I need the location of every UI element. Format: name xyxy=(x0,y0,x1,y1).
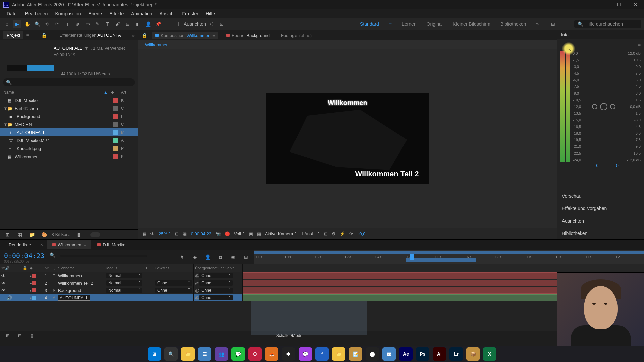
text-tool[interactable]: T xyxy=(103,20,112,28)
eye-icon[interactable]: 👁 xyxy=(1,288,6,293)
timeline-icon[interactable]: ⟳ xyxy=(349,231,353,236)
pickwhip-icon[interactable]: @ xyxy=(195,288,199,293)
workspace-lernen[interactable]: Lernen xyxy=(402,21,417,27)
close-button[interactable]: ✕ xyxy=(631,1,641,8)
grid-icon[interactable]: ▦ xyxy=(183,231,187,236)
taskbar-teams[interactable]: 👥 xyxy=(215,347,228,361)
preview-timecode[interactable]: 0:00:04:23 xyxy=(191,231,211,236)
bpc-toggle[interactable]: 8-Bit-Kanal xyxy=(52,232,71,237)
vorschau-section[interactable]: Vorschau xyxy=(557,190,644,202)
new-comp-icon[interactable]: ▦ xyxy=(15,230,24,239)
snap-tool[interactable]: ⚟ xyxy=(207,20,216,28)
eye-column-icon[interactable]: 👁 xyxy=(1,266,5,270)
current-timecode[interactable]: 0:00:04:23 xyxy=(4,252,43,260)
column-modus[interactable]: Modus xyxy=(105,264,144,272)
project-tab[interactable]: Projekt xyxy=(3,31,23,39)
workspace-bibliotheken[interactable]: Bibliotheken xyxy=(500,21,526,27)
timeline-layer-background[interactable]: 👁▸3S BackgroundNormal ˅Ohne ˅@ Ohne ˅ xyxy=(0,287,644,294)
panel-menu-icon[interactable]: ≡ xyxy=(638,43,641,48)
resolution-dropdown[interactable]: Voll ˅ xyxy=(234,231,245,236)
taskbar-firefox[interactable]: 🦊 xyxy=(265,347,278,361)
project-item-background[interactable]: ■BackgroundF xyxy=(0,112,138,120)
taskbar-ps[interactable]: Ps xyxy=(416,347,429,361)
taskbar-opera[interactable]: O xyxy=(248,347,262,361)
brush-tool[interactable]: 🖌 xyxy=(113,20,122,28)
project-item-dji-mexiko[interactable]: ▦DJI_MexikoK xyxy=(0,96,138,104)
new-folder-icon[interactable]: 📁 xyxy=(28,230,36,239)
taskbar-xl[interactable]: X xyxy=(483,347,496,361)
workspace-more[interactable]: » xyxy=(536,21,539,27)
taskbar-explorer[interactable]: 📁 xyxy=(181,347,195,361)
pen-tool[interactable]: ✎ xyxy=(93,20,102,28)
column-type[interactable]: Art xyxy=(121,90,135,95)
taskbar-app[interactable]: ▦ xyxy=(382,347,396,361)
eraser-tool[interactable]: ◧ xyxy=(133,20,142,28)
hand-tool[interactable]: ✋ xyxy=(23,20,32,28)
eye-icon[interactable]: 👁 xyxy=(1,273,6,278)
frame-blend-icon[interactable]: ▦ xyxy=(216,253,225,261)
work-area-bar[interactable] xyxy=(406,258,476,262)
audio-column-icon[interactable]: 🔊 xyxy=(5,266,10,270)
project-item-dji-mexiko-mp4[interactable]: ▽DJI_Mexiko.MP4A xyxy=(0,136,138,144)
tl-tab-willkommen[interactable]: Willkommen ≡ xyxy=(47,240,91,249)
channel-icon[interactable]: 🔴 xyxy=(225,231,230,236)
alpha-icon[interactable]: ▦ xyxy=(142,231,146,236)
menu-fenster[interactable]: Fenster xyxy=(179,10,201,18)
parent-dropdown[interactable]: Ohne ˅ xyxy=(199,280,233,286)
home-tool[interactable]: ⌂ xyxy=(3,20,11,28)
maximize-button[interactable]: ☐ xyxy=(614,1,624,8)
snapshot-icon[interactable]: 📷 xyxy=(215,231,221,236)
clone-tool[interactable]: ⊟ xyxy=(123,20,132,28)
comp-breadcrumb[interactable]: Willkommen xyxy=(138,40,557,49)
roto-tool[interactable]: 👤 xyxy=(144,20,152,28)
column-nr[interactable]: Nr. xyxy=(43,264,51,272)
anchor-tool[interactable]: ⊕ xyxy=(73,20,82,28)
menu-komposition[interactable]: Komposition xyxy=(52,10,84,18)
taskbar-fb[interactable]: f xyxy=(315,347,329,361)
time-ruler[interactable]: :00s01s02s03s04s05s06s07s08s09s10s11s12 xyxy=(254,250,644,264)
orbit-tool[interactable]: ⟲ xyxy=(43,20,52,28)
toggle-modes-icon[interactable]: ⊟ xyxy=(15,331,24,340)
toggle-switch[interactable] xyxy=(90,232,100,237)
audio-level-left[interactable]: 0 xyxy=(596,163,598,168)
taskbar-win[interactable]: ⊞ xyxy=(148,347,161,361)
taskbar-whatsapp[interactable]: 💬 xyxy=(231,347,245,361)
timeline-layer-willkommen-teil-2[interactable]: 👁▸2T Willkommen Teil 2Normal ˅Ohne ˅@ Oh… xyxy=(0,279,644,287)
info-tab[interactable]: Info xyxy=(557,30,644,39)
taskbar-ai[interactable]: Ai xyxy=(433,347,446,361)
region-icon[interactable]: ▣ xyxy=(249,231,253,236)
column-name[interactable]: Name xyxy=(3,90,104,95)
mask-icon[interactable]: 👁 xyxy=(150,231,155,236)
bibliotheken-section[interactable]: Bibliotheken xyxy=(557,227,644,239)
pickwhip-icon[interactable]: @ xyxy=(195,281,199,286)
audio-knob-center[interactable] xyxy=(600,103,607,110)
renderer-icon[interactable]: ⚙ xyxy=(332,231,336,236)
adjust-icon[interactable]: 🎨 xyxy=(40,230,48,239)
minimize-button[interactable]: ─ xyxy=(597,1,607,8)
zoom-dropdown[interactable]: 25% ˅ xyxy=(159,231,171,236)
ausrichten-section[interactable]: Ausrichten xyxy=(557,215,644,227)
taskbar-figure[interactable]: ✱ xyxy=(282,347,295,361)
toggle-switches-icon[interactable]: ⊞ xyxy=(3,331,12,340)
timeline-layer-willkommen[interactable]: 👁▸1T WillkommenNormal ˅@ Ohne ˅ xyxy=(0,272,644,279)
graph-editor-icon[interactable]: ⊞ xyxy=(241,253,250,261)
draft3d-icon[interactable]: ◈ xyxy=(191,253,199,261)
column-t[interactable]: T xyxy=(144,264,154,272)
rotate-tool[interactable]: ⟳ xyxy=(53,20,62,28)
workspace-standard[interactable]: Standard xyxy=(360,21,379,27)
audio-knob-left[interactable] xyxy=(592,104,597,109)
parent-dropdown[interactable]: Ohne ˅ xyxy=(199,273,233,278)
tl-tab-renderliste[interactable]: Renderliste xyxy=(3,240,36,249)
workspace-original[interactable]: Original xyxy=(427,21,443,27)
menu-bearbeiten[interactable]: Bearbeiten xyxy=(22,10,51,18)
effect-settings-tab[interactable]: Effekteinstellungen AUTOUNFA xyxy=(60,33,121,38)
audio-knob-right[interactable] xyxy=(610,104,615,109)
menu-effekte[interactable]: Effekte xyxy=(106,10,127,18)
taskbar-folder[interactable]: 📦 xyxy=(466,347,480,361)
audio-level-right[interactable]: 0 xyxy=(616,163,619,168)
column-color[interactable]: ◆ xyxy=(111,90,121,95)
bounds-tool[interactable]: ⊡ xyxy=(217,20,226,28)
selection-tool[interactable]: ▶ xyxy=(13,20,21,28)
toggle-parent-icon[interactable]: {} xyxy=(28,331,36,340)
timeline-search[interactable] xyxy=(60,255,147,257)
